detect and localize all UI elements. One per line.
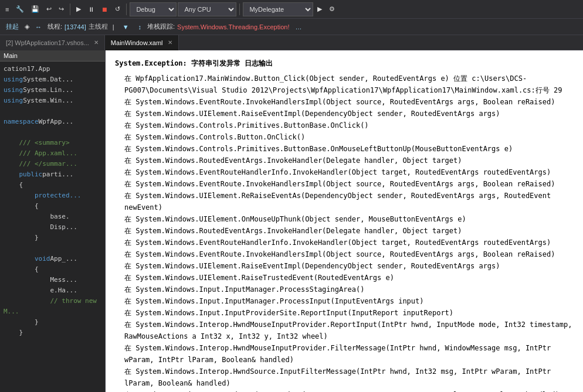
- stack-line-1: 在 System.Windows.UIElement.RaiseEventImp…: [115, 108, 574, 120]
- profile-dropdown[interactable]: MyDelegate: [243, 2, 313, 16]
- code-line-public: public parti...: [4, 169, 101, 180]
- code-line-blank3: [4, 243, 101, 254]
- code-line-brace6: }: [4, 328, 101, 338]
- exception-title: System.Exception: 字符串引发异常 日志输出: [115, 57, 574, 69]
- stack-line-16: 在 System.Windows.Input.InputManager.Proc…: [115, 295, 574, 307]
- stack-line-4: 在 System.Windows.Controls.Primitives.But…: [115, 143, 574, 155]
- toolbar-icon-1[interactable]: 🔧: [13, 2, 27, 16]
- stack-line-20: 在 System.Windows.Interop.HwndSource.Inpu…: [115, 366, 574, 389]
- code-line-disp: Disp...: [4, 222, 101, 233]
- stack-line-0: 在 System.Windows.EventRoute.InvokeHandle…: [115, 96, 574, 108]
- top-toolbar: ≡ 🔧 💾 ↩ ↪ ▶ ⏸ ⏹ ↺ Debug Any CPU MyDelega…: [0, 0, 583, 19]
- code-line-mess: Mess...: [4, 275, 101, 285]
- toolbar-icon-3[interactable]: ↩: [43, 2, 55, 16]
- code-line-using1: using System.Dat...: [4, 74, 101, 85]
- code-line-brace4: {: [4, 264, 101, 275]
- breakpoint-icon: ◈: [25, 23, 29, 30]
- stack-line-11: 在 System.Windows.EventRouteHandlerInfo.I…: [115, 237, 574, 248]
- tab-wpfapp-close[interactable]: ✕: [94, 39, 99, 46]
- filter-btn[interactable]: ▼: [119, 21, 133, 33]
- code-line-summary2: /// App.xaml...: [4, 148, 101, 159]
- nav-right-btn[interactable]: …: [292, 21, 305, 33]
- code-line-brace2: {: [4, 201, 101, 212]
- stack-line-2: 在 System.Windows.Controls.Primitives.But…: [115, 120, 574, 131]
- stack-line-13: 在 System.Windows.UIElement.RaiseEventImp…: [115, 260, 574, 272]
- code-line-app: cation17.App: [4, 64, 101, 74]
- code-line-brace1: {: [4, 180, 101, 190]
- code-line-brace5: }: [4, 317, 101, 328]
- code-line-throw: // throw new M...: [4, 296, 101, 317]
- stack-line-21: 在 MS.Win32.HwndWrapper.WndProc(IntPtr hw…: [115, 389, 574, 392]
- exception-inline: System.Windows.Threading.Exception!: [177, 23, 289, 30]
- second-toolbar: 挂起 ◈ ↔ 线程: [13744] 主线程 | ▼ ↕ 堆栈跟踪: Syste…: [0, 19, 583, 35]
- code-area: cation17.App using System.Dat... using S…: [0, 62, 105, 340]
- step-over-btn[interactable]: ↔: [32, 21, 45, 33]
- tab-bar: [2] WpfApplication17.vshos... ✕ MainWind…: [0, 35, 583, 50]
- debug-dropdown[interactable]: Debug: [130, 2, 177, 16]
- main-layout: Main cation17.App using System.Dat... us…: [0, 50, 583, 392]
- debugger-pin-btn[interactable]: 挂起: [2, 21, 22, 33]
- cpu-dropdown[interactable]: Any CPU: [178, 2, 236, 16]
- left-sidebar: Main cation17.App using System.Dat... us…: [0, 50, 106, 392]
- stack-line-8: 在 System.Windows.UIElement.ReRaiseEventA…: [115, 190, 574, 213]
- toolbar-left: ≡ 🔧 💾 ↩ ↪ ▶ ⏸ ⏹ ↺ Debug Any CPU MyDelega…: [2, 2, 338, 16]
- pause-btn[interactable]: ⏸: [85, 2, 97, 16]
- separator-1: [70, 4, 70, 15]
- separator-2: [126, 4, 127, 15]
- stacktrace-label: 堆栈跟踪:: [147, 22, 175, 31]
- stack-line-14: 在 System.Windows.UIElement.RaiseTrustedE…: [115, 272, 574, 284]
- stack-line-5: 在 System.Windows.RoutedEventArgs.InvokeH…: [115, 155, 574, 166]
- menu-file-btn[interactable]: ≡: [2, 2, 12, 16]
- code-line-base: base.: [4, 212, 101, 222]
- toolbar-icon-4[interactable]: ↪: [56, 2, 67, 16]
- code-line-using2: using System.Lin...: [4, 85, 101, 96]
- stack-line-19: 在 System.Windows.Interop.HwndMouseInputP…: [115, 342, 574, 366]
- stop-btn[interactable]: ⏹: [99, 2, 111, 16]
- code-line-summary1: /// <summary>: [4, 138, 101, 148]
- code-line-void: void App_...: [4, 254, 101, 264]
- stack-line-9: 在 System.Windows.UIElement.OnMouseUpThun…: [115, 213, 574, 225]
- main-content[interactable]: System.Exception: 字符串引发异常 日志输出 在 WpfAppl…: [106, 50, 583, 392]
- first-stack-line: 在 WpfApplication17.MainWindow.Button_Cli…: [115, 73, 574, 96]
- sidebar-tab-main[interactable]: Main: [4, 52, 18, 59]
- restart-btn[interactable]: ↺: [112, 2, 123, 16]
- tab-mainwindow-label: MainWindow.xaml: [111, 39, 163, 46]
- filter2-btn[interactable]: ↕: [135, 21, 145, 33]
- continue-btn[interactable]: ▶: [73, 2, 84, 16]
- stack-line-3: 在 System.Windows.Controls.Button.OnClick…: [115, 131, 574, 143]
- tab-mainwindow-close[interactable]: ✕: [168, 39, 172, 46]
- toolbar-icon-2[interactable]: 💾: [28, 2, 42, 16]
- code-line-summary3: /// </summar...: [4, 159, 101, 169]
- stack-line-18: 在 System.Windows.Interop.HwndMouseInputP…: [115, 319, 574, 342]
- stack-line-6: 在 System.Windows.EventRouteHandlerInfo.I…: [115, 166, 574, 178]
- stack-line-7: 在 System.Windows.EventRoute.InvokeHandle…: [115, 178, 574, 190]
- code-line-blank2: [4, 127, 101, 138]
- code-line-blank1: [4, 106, 101, 117]
- thread-name: 主线程: [89, 22, 108, 31]
- stack-line-10: 在 System.Windows.RoutedEventArgs.InvokeH…: [115, 225, 574, 237]
- profile-icon-btn[interactable]: ⚙: [326, 2, 338, 16]
- code-line-eha: e.Ha...: [4, 285, 101, 296]
- line-label: 线程:: [48, 22, 62, 31]
- sep-pipe: |: [113, 23, 114, 30]
- stack-line-17: 在 System.Windows.Input.InputProviderSite…: [115, 307, 574, 319]
- code-line-using3: using System.Win...: [4, 96, 101, 106]
- stack-line-15: 在 System.Windows.Input.InputManager.Proc…: [115, 284, 574, 295]
- tab-wpfapp[interactable]: [2] WpfApplication17.vshos... ✕: [0, 35, 105, 50]
- stack-line-12: 在 System.Windows.EventRoute.InvokeHandle…: [115, 248, 574, 260]
- code-line-protected: protected...: [4, 190, 101, 201]
- code-line-ns: namespace WpfApp...: [4, 117, 101, 127]
- code-line-brace3: }: [4, 233, 101, 243]
- tab-wpfapp-label: [2] WpfApplication17.vshos...: [6, 39, 89, 46]
- thread-id: [13744]: [65, 23, 86, 30]
- tab-mainwindow[interactable]: MainWindow.xaml ✕: [105, 35, 179, 50]
- sidebar-header: Main: [0, 50, 105, 62]
- profile-action-btn[interactable]: ▶: [314, 2, 325, 16]
- separator-3: [239, 4, 240, 15]
